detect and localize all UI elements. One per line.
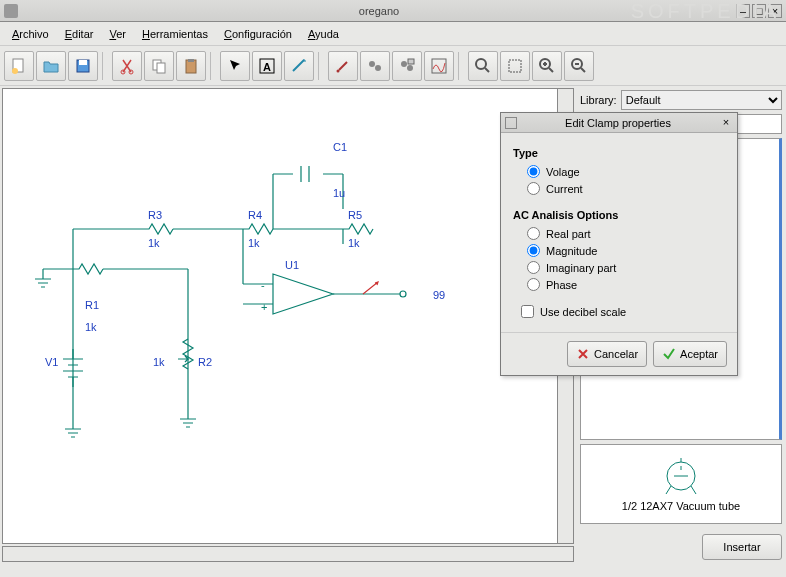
label-u1: U1 [285, 259, 299, 271]
label-r2: R2 [198, 356, 212, 368]
svg-point-13 [369, 61, 375, 67]
menu-file[interactable]: Archivo [4, 26, 57, 42]
value-r4: 1k [248, 237, 260, 249]
label-r4: R4 [248, 209, 262, 221]
paste-button[interactable] [176, 51, 206, 81]
probe-tool[interactable] [328, 51, 358, 81]
dialog-title: Edit Clamp properties [517, 117, 719, 129]
value-r3: 1k [148, 237, 160, 249]
close-button[interactable]: × [768, 4, 782, 18]
type-group-label: Type [513, 147, 725, 159]
save-button[interactable] [68, 51, 98, 81]
canvas[interactable]: - + C1 1u R3 1k R4 1k R5 1 [2, 88, 574, 544]
svg-point-16 [407, 65, 413, 71]
cancel-button[interactable]: Cancelar [567, 341, 647, 367]
radio-real[interactable]: Real part [527, 227, 725, 240]
cancel-icon [576, 347, 590, 361]
maximize-button[interactable]: □ [752, 4, 766, 18]
value-c1: 1u [333, 187, 345, 199]
value-r1: 1k [85, 321, 97, 333]
svg-point-19 [476, 59, 486, 69]
zoom-region-tool[interactable] [500, 51, 530, 81]
accept-button[interactable]: Aceptar [653, 341, 727, 367]
svg-point-25 [400, 291, 406, 297]
library-select[interactable]: Default [621, 90, 782, 110]
svg-point-14 [375, 65, 381, 71]
open-button[interactable] [36, 51, 66, 81]
arrow-tool[interactable] [220, 51, 250, 81]
zoom-tool[interactable] [468, 51, 498, 81]
copy-button[interactable] [144, 51, 174, 81]
svg-point-12 [337, 69, 340, 72]
clamp-properties-dialog: Edit Clamp properties × Type Volage Curr… [500, 112, 738, 376]
svg-rect-7 [157, 63, 165, 73]
label-c1: C1 [333, 141, 347, 153]
radio-imaginary[interactable]: Imaginary part [527, 261, 725, 274]
schematic: - + C1 1u R3 1k R4 1k R5 1 [3, 89, 563, 544]
vacuum-tube-icon [656, 456, 706, 496]
label-r3: R3 [148, 209, 162, 221]
check-decibel[interactable]: Use decibel scale [521, 305, 725, 318]
menu-tools[interactable]: Herramientas [134, 26, 216, 42]
app-icon [4, 4, 18, 18]
svg-text:A: A [263, 61, 271, 73]
svg-rect-3 [79, 60, 87, 65]
zoom-out-button[interactable] [564, 51, 594, 81]
value-r2: 1k [153, 356, 165, 368]
library-label: Library: [580, 94, 617, 106]
label-v1: V1 [45, 356, 58, 368]
accept-icon [662, 347, 676, 361]
sim-settings-button[interactable] [392, 51, 422, 81]
minimize-button[interactable]: – [736, 4, 750, 18]
wire-tool[interactable] [284, 51, 314, 81]
new-button[interactable] [4, 51, 34, 81]
svg-rect-17 [408, 59, 414, 64]
ac-group-label: AC Analisis Options [513, 209, 725, 221]
window-title: oregano [24, 5, 734, 17]
radio-phase[interactable]: Phase [527, 278, 725, 291]
menu-help[interactable]: Ayuda [300, 26, 347, 42]
radio-current[interactable]: Current [527, 182, 725, 195]
menu-view[interactable]: Ver [101, 26, 134, 42]
insert-button[interactable]: Insertar [702, 534, 782, 560]
menu-edit[interactable]: Editar [57, 26, 102, 42]
part-preview: 1/2 12AX7 Vacuum tube [580, 444, 782, 524]
radio-magnitude[interactable]: Magnitude [527, 244, 725, 257]
label-r1: R1 [85, 299, 99, 311]
svg-text:+: + [261, 301, 267, 313]
radio-voltage[interactable]: Volage [527, 165, 725, 178]
toolbar: A [0, 46, 786, 86]
cut-button[interactable] [112, 51, 142, 81]
zoom-in-button[interactable] [532, 51, 562, 81]
svg-point-1 [12, 68, 18, 74]
menubar: Archivo Editar Ver Herramientas Configur… [0, 22, 786, 46]
label-r5: R5 [348, 209, 362, 221]
svg-rect-9 [188, 59, 194, 62]
node-99: 99 [433, 289, 445, 301]
horizontal-scrollbar[interactable] [2, 546, 574, 562]
value-r5: 1k [348, 237, 360, 249]
plot-button[interactable] [424, 51, 454, 81]
svg-rect-20 [509, 60, 521, 72]
svg-point-15 [401, 61, 407, 67]
titlebar: oregano – □ × [0, 0, 786, 22]
preview-label: 1/2 12AX7 Vacuum tube [622, 500, 740, 512]
dialog-icon [505, 117, 517, 129]
menu-config[interactable]: Configuración [216, 26, 300, 42]
svg-text:-: - [261, 279, 265, 291]
text-tool[interactable]: A [252, 51, 282, 81]
simulate-button[interactable] [360, 51, 390, 81]
dialog-close-button[interactable]: × [719, 116, 733, 130]
